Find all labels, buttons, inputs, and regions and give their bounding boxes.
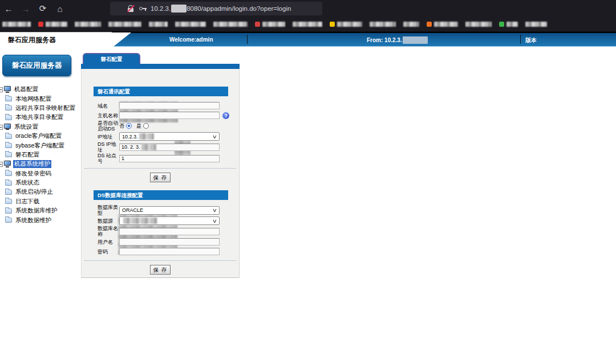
bookmark-item[interactable] [499, 22, 518, 27]
radio-button[interactable] [143, 123, 149, 129]
form-row: 域名 [98, 101, 239, 111]
bookmark-redaction [370, 22, 396, 27]
radio-option-label: 是 [136, 122, 141, 130]
tree-expander-icon[interactable] [0, 125, 3, 130]
url-redaction [171, 5, 187, 13]
bookmark-item[interactable] [108, 22, 141, 27]
sidebar-item-label: sybase客户端配置 [14, 142, 66, 150]
bookmark-item[interactable] [370, 22, 396, 27]
sidebar-item-1[interactable]: 本地网络配置 [0, 94, 80, 103]
tab-panshi-config[interactable]: 磐石配置 [83, 53, 140, 64]
text-input[interactable] [119, 228, 220, 235]
sidebar-item-4[interactable]: 系统设置 [0, 122, 80, 132]
insecure-lock-icon[interactable] [127, 5, 135, 13]
folder-icon [5, 199, 12, 204]
sidebar-item-3[interactable]: 本地共享目录配置 [0, 113, 80, 122]
header-divider [520, 35, 521, 44]
sidebar-item-label: 机器系统维护 [13, 160, 51, 168]
section-header: 磐石通讯配置 [94, 87, 228, 96]
bookmark-redaction [75, 22, 101, 27]
text-input[interactable] [119, 102, 220, 109]
sidebar-item-9[interactable]: 修改登录密码 [0, 169, 80, 178]
sidebar-item-12[interactable]: 日志下载 [0, 197, 80, 206]
sidebar-item-label: oracle客户端配置 [14, 132, 63, 140]
shield-icon[interactable] [115, 5, 123, 13]
home-icon[interactable]: ⌂ [51, 4, 68, 14]
save-button[interactable]: 保 存 [150, 265, 171, 275]
text-input[interactable] [119, 248, 220, 255]
sidebar-item-5[interactable]: oracle客户端配置 [0, 132, 80, 141]
field-control: ∨ [119, 216, 220, 225]
bookmark-item[interactable] [403, 22, 419, 27]
folder-icon [5, 208, 12, 214]
value-redaction [123, 218, 157, 224]
field-control: 10.2.3.∨ [119, 132, 220, 141]
radio-option-label: 否 [119, 122, 124, 130]
computer-icon [4, 86, 11, 93]
field-control: 10. 2. 3. [119, 144, 220, 151]
select-field[interactable]: 10.2.3.∨ [119, 132, 220, 141]
folder-icon [5, 143, 12, 148]
sidebar-item-6[interactable]: sybase客户端配置 [0, 141, 80, 150]
bookmark-item[interactable] [465, 22, 492, 27]
bookmark-redaction [337, 22, 362, 27]
bookmark-item[interactable] [175, 22, 206, 27]
text-input[interactable]: 1 [119, 155, 220, 162]
field-control [119, 112, 220, 119]
bookmark-item[interactable] [2, 22, 31, 27]
value-redaction [139, 133, 154, 140]
field-value: 10.2.3. [122, 134, 138, 140]
sidebar-item-label: 本地共享目录配置 [14, 113, 64, 121]
browser-toolbar: ← → ⟳ ⌂ 10.2.3. 8080/appadmin/login.do?o… [0, 0, 616, 17]
tree-expander-icon[interactable] [0, 87, 3, 92]
save-button[interactable]: 保 存 [150, 173, 171, 182]
bookmark-redaction [262, 22, 285, 27]
field-control [119, 238, 220, 246]
sidebar-item-7[interactable]: 磐石配置 [0, 150, 80, 159]
field-label: DS 站点号 [98, 153, 119, 164]
bookmark-item[interactable] [293, 22, 322, 27]
field-label: 数据库类型 [98, 205, 119, 216]
bookmark-item[interactable] [255, 22, 285, 27]
select-field[interactable]: ∨ [119, 216, 220, 225]
sidebar-item-label: 磐石配置 [14, 151, 40, 159]
url-bar[interactable]: 10.2.3. 8080/appadmin/login.do?oper=logi… [110, 2, 322, 15]
separator [84, 168, 236, 169]
sidebar-item-0[interactable]: 机器配置 [0, 85, 80, 94]
text-input[interactable] [119, 112, 220, 119]
forward-icon[interactable]: → [17, 4, 34, 14]
form-row: 主机名称? [98, 111, 239, 120]
sidebar-item-8[interactable]: 机器系统维护 [0, 159, 80, 169]
bookmark-item[interactable] [330, 22, 362, 27]
sidebar-item-2[interactable]: 远程共享目录映射配置 [0, 104, 80, 113]
field-value: 1 [121, 156, 124, 161]
sidebar-item-14[interactable]: 系统数据维护 [0, 215, 80, 224]
field-label: 域名 [98, 103, 119, 109]
tree-expander-icon[interactable] [0, 162, 3, 167]
form-row: 密码 [98, 247, 239, 256]
sidebar-item-10[interactable]: 系统状态 [0, 178, 80, 187]
radio-button[interactable] [126, 123, 132, 129]
back-icon[interactable]: ← [0, 4, 17, 14]
text-input[interactable] [119, 238, 220, 246]
help-icon[interactable]: ? [222, 112, 229, 119]
sidebar-item-13[interactable]: 系统数据库维护 [0, 206, 80, 215]
version-link[interactable]: 版本 [525, 36, 537, 44]
field-label: 数据源 [98, 218, 119, 224]
text-input[interactable]: 10. 2. 3. [119, 144, 220, 151]
bookmark-item[interactable] [525, 22, 547, 27]
bookmark-item[interactable] [75, 22, 101, 27]
bookmark-item[interactable] [149, 22, 168, 27]
field-control: 否是 [119, 122, 220, 130]
select-field[interactable]: ORACLE∨ [119, 206, 220, 215]
bookmark-item[interactable] [213, 22, 248, 27]
sidebar-item-label: 日志下载 [14, 198, 40, 206]
bookmark-item[interactable] [38, 22, 67, 27]
screen: ← → ⟳ ⌂ 10.2.3. 8080/appadmin/login.do?o… [0, 0, 616, 364]
reload-icon[interactable]: ⟳ [34, 3, 51, 14]
bookmark-item[interactable] [427, 22, 458, 27]
chevron-down-icon: ∨ [212, 218, 217, 224]
sidebar-item-11[interactable]: 系统启动/停止 [0, 187, 80, 197]
bookmark-redaction [293, 22, 322, 27]
bookmark-redaction [46, 22, 67, 27]
